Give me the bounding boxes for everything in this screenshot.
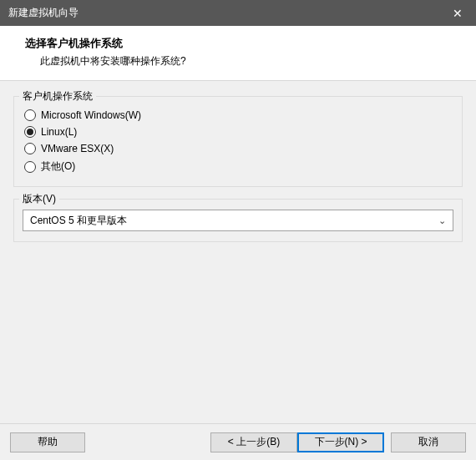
button-label: 下一步(N) > — [315, 435, 367, 449]
page-subtitle: 此虚拟机中将安装哪种操作系统? — [40, 54, 463, 68]
radio-label: Microsoft Windows(W) — [41, 109, 141, 121]
version-selected-value: CentOS 5 和更早版本 — [30, 214, 127, 228]
window-title: 新建虚拟机向导 — [8, 6, 439, 20]
radio-icon — [24, 143, 36, 154]
radio-other[interactable]: 其他(O) — [23, 157, 453, 176]
next-button[interactable]: 下一步(N) > — [297, 432, 384, 452]
chevron-down-icon: ⌄ — [438, 215, 446, 226]
version-group: 版本(V) CentOS 5 和更早版本 ⌄ — [13, 199, 463, 242]
radio-linux[interactable]: Linux(L) — [23, 124, 453, 140]
close-icon: ✕ — [453, 7, 463, 20]
button-label: < 上一步(B) — [228, 435, 280, 449]
titlebar: 新建虚拟机向导 ✕ — [0, 0, 476, 26]
version-select[interactable]: CentOS 5 和更早版本 ⌄ — [23, 210, 453, 231]
guest-os-group: 客户机操作系统 Microsoft Windows(W) Linux(L) VM… — [13, 96, 463, 187]
version-legend: 版本(V) — [19, 192, 59, 206]
radio-icon — [24, 109, 36, 121]
wizard-footer: 帮助 < 上一步(B) 下一步(N) > 取消 — [0, 423, 476, 460]
wizard-header: 选择客户机操作系统 此虚拟机中将安装哪种操作系统? — [0, 26, 476, 81]
radio-icon — [24, 126, 36, 138]
radio-icon — [24, 161, 36, 173]
radio-label: VMware ESX(X) — [41, 143, 114, 154]
wizard-body: 客户机操作系统 Microsoft Windows(W) Linux(L) VM… — [0, 81, 476, 242]
radio-windows[interactable]: Microsoft Windows(W) — [23, 107, 453, 124]
close-button[interactable]: ✕ — [439, 0, 476, 26]
radio-label: 其他(O) — [41, 159, 75, 174]
page-title: 选择客户机操作系统 — [25, 36, 463, 51]
help-button[interactable]: 帮助 — [10, 432, 85, 452]
guest-os-legend: 客户机操作系统 — [19, 89, 96, 104]
button-label: 取消 — [418, 435, 438, 449]
button-label: 帮助 — [38, 435, 58, 449]
cancel-button[interactable]: 取消 — [391, 432, 466, 452]
radio-label: Linux(L) — [41, 126, 77, 138]
back-button[interactable]: < 上一步(B) — [210, 432, 297, 452]
radio-vmware-esx[interactable]: VMware ESX(X) — [23, 140, 453, 157]
